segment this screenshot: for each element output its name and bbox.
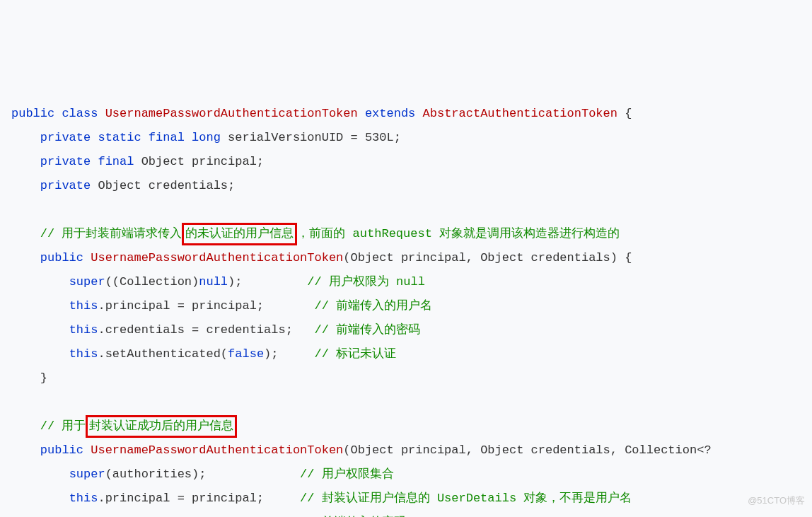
code-text: .setAuthenticated( [98, 347, 228, 361]
indent [11, 419, 40, 433]
keyword-extends: extends [365, 107, 415, 120]
indent [11, 347, 69, 361]
comment: // 封装认证用户信息的 UserDetails 对象，不再是用户名 [300, 492, 632, 505]
comment: // 用于封装认证成功后的用户信息 [40, 419, 238, 433]
comment: // 用户权限集合 [300, 467, 394, 481]
keyword-this: this [69, 323, 98, 337]
code-text: .credentials = credentials; [98, 323, 314, 337]
class-name: UsernamePasswordAuthenticationToken [105, 107, 358, 120]
field-rest: Object principal; [134, 155, 264, 168]
keyword-false: false [228, 347, 264, 361]
constructor-name: UsernamePasswordAuthenticationToken [91, 251, 343, 265]
comment: // 标记未认证 [315, 347, 397, 361]
code-text: ((Collection) [105, 275, 199, 289]
brace: { [617, 107, 632, 120]
indent [11, 443, 40, 457]
highlight-box-2: 封装认证成功后的用户信息 [86, 415, 237, 438]
keyword-public: public [40, 443, 83, 457]
field-rest: Object credentials; [91, 179, 235, 192]
indent [11, 275, 69, 289]
keyword-this: this [69, 299, 98, 313]
keyword-this: this [69, 347, 98, 361]
code-text: .principal = principal; [98, 492, 300, 505]
indent [11, 179, 40, 192]
comment: // 前端传入的用户名 [315, 299, 433, 313]
indent [11, 131, 40, 144]
indent [11, 227, 40, 240]
code-text: (authorities); [105, 467, 300, 481]
keyword-null: null [199, 275, 228, 289]
indent [11, 155, 40, 168]
superclass-name: AbstractAuthenticationToken [423, 107, 617, 120]
params: (Object principal, Object credentials) { [343, 251, 632, 265]
indent [11, 467, 69, 481]
indent [11, 299, 69, 313]
indent [11, 251, 40, 265]
field-modifiers: private static final long [40, 131, 221, 144]
indent [11, 323, 69, 337]
keyword-public: public [40, 251, 83, 265]
params: (Object principal, Object credentials, C… [343, 443, 711, 457]
field-rest: serialVersionUID = 530L; [221, 131, 401, 144]
keyword-class: class [62, 107, 98, 120]
indent [11, 492, 69, 505]
comment: // 用于封装前端请求传入的未认证的用户信息，前面的 authRequest 对… [40, 227, 620, 240]
comment: // 前端传入的密码 [315, 323, 421, 337]
keyword-super: super [69, 467, 105, 481]
field-modifiers: private [40, 179, 91, 192]
keyword-public: public [11, 107, 54, 120]
comment: // 用户权限为 null [307, 275, 425, 289]
comment-pre: // 用于 [40, 419, 86, 433]
code-text: ); [264, 347, 314, 361]
constructor-name: UsernamePasswordAuthenticationToken [91, 443, 343, 457]
comment-post: ，前面的 authRequest 对象就是调用该构造器进行构造的 [297, 227, 620, 240]
watermark: @51CTO博客 [748, 489, 805, 513]
code-text: .principal = principal; [98, 299, 314, 313]
brace: } [40, 371, 47, 385]
code-block: public class UsernamePasswordAuthenticat… [11, 102, 806, 517]
highlight-box-1: 的未认证的用户信息 [182, 223, 297, 245]
keyword-this: this [69, 492, 98, 505]
indent [11, 371, 40, 385]
comment-pre: // 用于封装前端请求传入 [40, 227, 182, 240]
keyword-super: super [69, 275, 105, 289]
field-modifiers: private final [40, 155, 134, 168]
code-text: ); [228, 275, 307, 289]
